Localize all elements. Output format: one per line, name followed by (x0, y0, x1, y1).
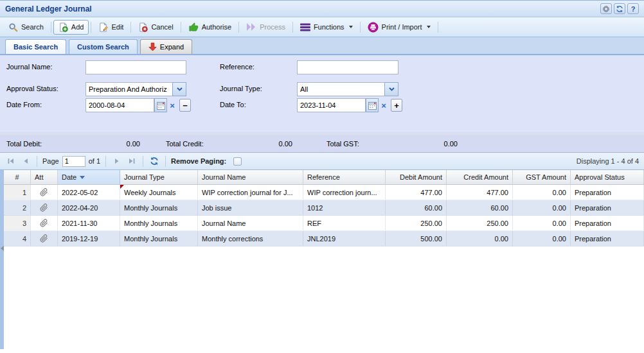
clear-date-to-icon[interactable]: × (379, 98, 389, 112)
functions-button[interactable]: Functions (295, 21, 358, 34)
total-gst-value: 0.00 (393, 140, 458, 148)
tab-basic-search[interactable]: Basic Search (5, 39, 66, 54)
tab-custom-search[interactable]: Custom Search (69, 39, 138, 54)
functions-button-label: Functions (314, 23, 344, 31)
date-cell: 2022-05-02 (58, 185, 120, 200)
column-header-gst[interactable]: GST Amount (513, 170, 571, 184)
last-page-button[interactable] (126, 155, 138, 167)
row-number-cell: 2 (4, 200, 31, 215)
column-header-journal-name[interactable]: Journal Name (198, 170, 303, 184)
total-credit-value: 0.00 (231, 140, 292, 148)
table-row[interactable]: 3 2021-11-30 Monthly Journals Journal Na… (4, 216, 644, 231)
page-label: Page (42, 157, 59, 165)
date-to-group: × + (297, 98, 402, 112)
paperclip-icon[interactable] (40, 188, 48, 196)
chevron-down-icon[interactable] (384, 82, 398, 96)
first-page-button[interactable] (5, 155, 17, 167)
journal-type-select[interactable]: All (297, 82, 398, 96)
credit-cell: 477.00 (447, 185, 513, 200)
journal-name-cell: Monthly corrections (198, 231, 303, 246)
journal-type-cell: Weekly Journals (120, 185, 198, 200)
journal-name-label: Journal Name: (6, 63, 53, 71)
date-cell: 2021-11-30 (58, 216, 120, 230)
calendar-icon[interactable] (154, 98, 167, 112)
toolbar-separator (360, 22, 361, 33)
edit-button[interactable]: Edit (93, 20, 129, 35)
journal-name-cell: Job issue (198, 200, 303, 215)
cancel-button[interactable]: Cancel (133, 20, 178, 35)
previous-page-button[interactable] (20, 155, 31, 167)
print-import-button[interactable]: Print / Import (362, 19, 436, 35)
process-button-label: Process (260, 23, 285, 31)
authorise-button-label: Authorise (202, 23, 231, 31)
row-number-cell: 1 (4, 185, 31, 200)
tab-expand[interactable]: Expand (140, 39, 192, 54)
collapse-handle-icon[interactable] (1, 246, 4, 251)
search-button-label: Search (21, 23, 44, 31)
page-number-input[interactable] (62, 156, 85, 167)
journal-type-cell: Monthly Journals (120, 231, 198, 246)
debit-cell: 500.00 (386, 231, 447, 246)
column-header-att[interactable]: Att (31, 170, 58, 184)
reference-label: Reference: (220, 63, 255, 71)
date-cell: 2019-12-19 (58, 231, 120, 246)
column-header-date-label: Date (62, 173, 76, 181)
tab-expand-label: Expand (160, 43, 184, 51)
column-header-reference[interactable]: Reference (303, 170, 386, 184)
table-row[interactable]: 1 2022-05-02 Weekly Journals WIP correct… (4, 185, 644, 200)
debit-cell: 250.00 (386, 216, 447, 230)
paperclip-icon[interactable] (40, 219, 48, 227)
date-to-input[interactable] (297, 98, 366, 112)
journal-name-cell: Journal Name (198, 216, 303, 230)
clear-date-from-icon[interactable]: × (167, 98, 177, 112)
print-import-button-label: Print / Import (382, 23, 422, 31)
column-header-debit[interactable]: Debit Amount (386, 170, 447, 184)
add-button[interactable]: Add (53, 20, 89, 35)
column-header-debit-label: Debit Amount (400, 173, 442, 181)
paperclip-icon[interactable] (40, 234, 48, 243)
total-credit-label: Total Credit: (166, 140, 204, 148)
credit-cell: 250.00 (447, 216, 513, 230)
printer-icon (368, 22, 379, 33)
reference-input[interactable] (297, 60, 398, 74)
displaying-status: Displaying 1 - 4 of 4 (577, 157, 639, 165)
tab-custom-search-label: Custom Search (77, 43, 129, 51)
help-button[interactable]: ? (627, 3, 639, 14)
table-row[interactable]: 2 2022-04-20 Monthly Journals Job issue … (4, 200, 644, 216)
search-tabstrip: Basic Search Custom Search Expand (0, 37, 644, 55)
search-button[interactable]: Search (3, 20, 49, 35)
toolbar-separator (130, 22, 131, 33)
debit-cell: 60.00 (386, 200, 447, 215)
column-header-date[interactable]: Date (58, 170, 120, 184)
settings-button[interactable] (600, 3, 612, 14)
attachment-cell (31, 216, 58, 230)
column-header-journal-type[interactable]: Journal Type (120, 170, 198, 184)
date-from-input[interactable] (85, 98, 154, 112)
refresh-grid-button[interactable] (148, 155, 160, 167)
refresh-screen-button[interactable] (614, 3, 625, 14)
date-to-plus-button[interactable]: + (391, 99, 402, 112)
sort-desc-icon (80, 176, 85, 179)
column-header-journal-name-label: Journal Name (202, 173, 246, 181)
next-page-button[interactable] (111, 155, 123, 167)
general-ledger-journal-window: General Ledger Journal ? Search (0, 0, 644, 353)
column-header-approval-status[interactable]: Approval Status (571, 170, 644, 184)
calendar-icon[interactable] (366, 98, 379, 112)
cancel-button-label: Cancel (151, 23, 173, 31)
journal-name-input[interactable] (85, 60, 186, 74)
authorise-button[interactable]: Authorise (183, 20, 237, 35)
column-header-num-label: # (15, 173, 19, 181)
date-from-minus-button[interactable]: − (179, 99, 191, 112)
table-row[interactable]: 4 2019-12-19 Monthly Journals Monthly co… (4, 231, 644, 246)
column-header-credit-label: Credit Amount (463, 173, 508, 181)
gst-cell: 0.00 (513, 216, 571, 230)
gst-cell: 0.00 (513, 185, 571, 200)
remove-paging-checkbox[interactable] (233, 157, 242, 166)
column-header-num[interactable]: # (4, 170, 31, 184)
chevron-down-icon[interactable] (172, 82, 186, 96)
approval-status-select[interactable]: Preparation And Authoriz (85, 82, 186, 96)
approval-status-cell: Preparation (571, 200, 644, 215)
paperclip-icon[interactable] (40, 203, 48, 212)
column-header-credit[interactable]: Credit Amount (447, 170, 513, 184)
add-button-label: Add (71, 23, 84, 31)
